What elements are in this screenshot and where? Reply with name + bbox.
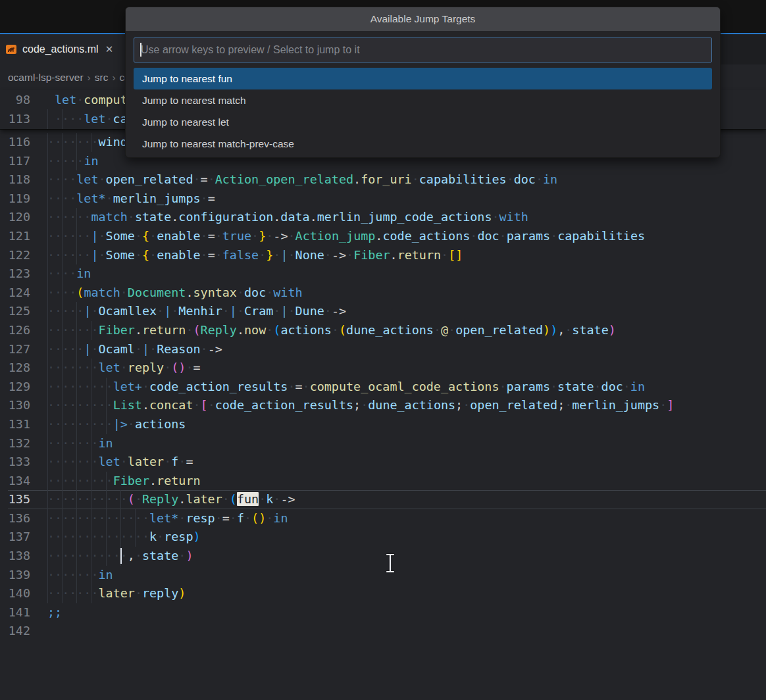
code-line[interactable]: 141;;: [0, 603, 766, 622]
line-number: 129: [0, 378, 30, 397]
indent-guide: [106, 528, 107, 547]
indent-guide: [47, 453, 48, 472]
code-token: match: [84, 286, 120, 299]
indent-guide: [47, 152, 48, 171]
breadcrumb-separator-icon: ›: [88, 72, 91, 84]
code-token: .: [353, 172, 361, 186]
code-token: {: [142, 248, 149, 262]
line-text: ···········,·state·): [47, 547, 766, 566]
tab-code-actions[interactable]: code_actions.ml ✕: [0, 34, 133, 64]
code-token: ->: [208, 342, 222, 356]
code-token: ;;: [47, 605, 62, 619]
code-token: (: [76, 286, 84, 299]
whitespace-dots: ·: [222, 492, 230, 506]
code-token: Action_jump: [295, 229, 376, 243]
jump-target-item[interactable]: Jump to nearest match-prev-case: [134, 133, 712, 155]
code-line[interactable]: 140·······later·reply): [0, 584, 766, 603]
code-token: later: [128, 455, 164, 468]
code-token: resp: [186, 511, 215, 525]
breadcrumb-item[interactable]: src: [95, 72, 109, 84]
code-token: ,: [128, 549, 135, 562]
whitespace-dots: ·: [106, 191, 113, 205]
code-line[interactable]: 121······|·Some·{·enable·=·true·}·->·Act…: [0, 227, 766, 246]
code-token: ]: [667, 398, 674, 412]
code-line[interactable]: 122······|·Some·{·enable·=·false·}·|·Non…: [0, 246, 766, 265]
whitespace-dots: ·: [222, 304, 230, 318]
code-line[interactable]: 130·········List.concat·[·code_action_re…: [0, 396, 766, 415]
code-line[interactable]: 138···········,·state·): [0, 547, 766, 566]
tab-label: code_actions.ml: [22, 43, 99, 55]
code-line[interactable]: 118····let·open_related·=·Action_open_re…: [0, 170, 766, 189]
code-line[interactable]: 119····let*·merlin_jumps·=: [0, 189, 766, 209]
indent-guide: [47, 170, 48, 189]
whitespace-dots: ·: [91, 304, 98, 318]
code-token: in: [99, 568, 113, 582]
code-line[interactable]: 125·····|·Ocamllex·|·Menhir·|·Cram·|·Dun…: [0, 302, 766, 321]
whitespace-dots: ·: [288, 380, 295, 393]
code-token: =: [295, 380, 302, 393]
indent-guide: [76, 415, 77, 434]
code-line[interactable]: 128·······let·reply·()·=: [0, 359, 766, 378]
code-token: ->: [332, 248, 346, 262]
code-token: configuration: [178, 210, 273, 224]
code-line[interactable]: 135···········(·Reply.later·(fun·k·->: [0, 490, 766, 509]
code-token: |: [84, 304, 91, 318]
whitespace-dots: ·: [623, 380, 630, 393]
indent-guide: [91, 547, 91, 566]
code-token: .: [178, 492, 186, 506]
code-line[interactable]: 127·····|·Ocaml·|·Reason·->: [0, 340, 766, 359]
code-token: Fiber: [113, 474, 149, 488]
jump-filter-input[interactable]: [134, 38, 711, 62]
indent-guide: [47, 246, 48, 265]
whitespace-dots: ·: [201, 229, 208, 243]
code-line[interactable]: 132·······in: [0, 434, 766, 453]
code-token: false: [222, 248, 259, 262]
whitespace-dots: ·: [237, 304, 244, 318]
code-token: (): [171, 361, 186, 374]
code-line[interactable]: 123····in: [0, 264, 766, 284]
code-line[interactable]: 124····(match·Document.syntax·doc·with: [0, 284, 766, 303]
code-token: ->: [280, 492, 295, 506]
indent-guide: [91, 490, 91, 509]
code-line[interactable]: 133·······let·later·f·=: [0, 453, 766, 472]
jump-target-item[interactable]: Jump to nearest fun: [134, 68, 712, 89]
whitespace-dots: ·: [550, 380, 557, 393]
code-token: ;: [557, 398, 565, 412]
line-text: ·······let·reply·()·=: [47, 359, 766, 378]
code-line[interactable]: 134·········Fiber.return: [0, 472, 766, 491]
line-text: ·········List.concat·[·code_action_resul…: [47, 396, 766, 415]
editor[interactable]: 116·······window.showDocument117·····in1…: [0, 129, 766, 700]
code-line[interactable]: 120······match·state.configuration.data.…: [0, 208, 766, 227]
line-number: 116: [0, 133, 30, 152]
whitespace-dots: ·: [178, 549, 186, 562]
code-line[interactable]: 126·······Fiber.return·(Reply.now·(actio…: [0, 321, 766, 340]
jump-target-item[interactable]: Jump to nearest let: [134, 111, 712, 133]
line-number: 130: [0, 396, 30, 415]
whitespace-dots: ·: [266, 511, 273, 525]
code-line[interactable]: 129·········let+·code_action_results·=·c…: [0, 378, 766, 397]
code-token: (): [251, 511, 266, 525]
code-line[interactable]: 137··············k·resp): [0, 528, 766, 547]
jump-target-item[interactable]: Jump to nearest match: [134, 89, 712, 111]
whitespace-dots: ·: [201, 342, 208, 356]
close-icon[interactable]: ✕: [105, 43, 114, 55]
code-line[interactable]: 142: [0, 622, 766, 641]
line-text: ·········|>·actions: [47, 415, 766, 434]
whitespace-dots: ·: [193, 172, 200, 186]
code-token: (: [339, 323, 346, 337]
whitespace-dots: ·: [536, 172, 543, 186]
code-line[interactable]: 136··············let*·resp·=·f·()·in: [0, 509, 766, 528]
indent-guide: [47, 490, 48, 509]
code-line[interactable]: 139·······in: [0, 566, 766, 585]
whitespace-dots: ·: [259, 248, 266, 262]
code-line[interactable]: 131·········|>·actions: [0, 415, 766, 434]
code-token: |: [164, 304, 171, 318]
indent-guide: [120, 509, 121, 528]
whitespace-dots: ·: [128, 417, 135, 431]
indent-guide: [76, 133, 77, 152]
text-caret: [120, 548, 122, 564]
code-token: Reply: [201, 323, 237, 337]
indent-guide: [106, 378, 107, 397]
breadcrumb-item[interactable]: ocaml-lsp-server: [8, 72, 84, 84]
indent-guide: [62, 189, 63, 209]
